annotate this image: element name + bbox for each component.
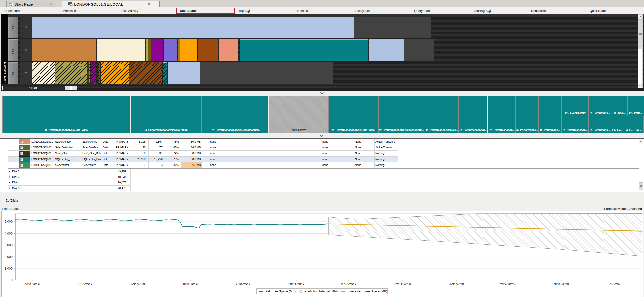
svg-text:2/29/2020: 2/29/2020 xyxy=(500,282,515,286)
svg-text:2,000: 2,000 xyxy=(4,255,13,259)
svg-text:9/30/2019: 9/30/2019 xyxy=(236,282,250,286)
svg-text:3/31/2020: 3/31/2020 xyxy=(554,282,569,286)
svg-text:1,000: 1,000 xyxy=(4,267,13,270)
svg-text:0: 0 xyxy=(11,278,13,282)
svg-text:12/31/2019: 12/31/2019 xyxy=(394,282,411,286)
svg-text:10/31/2019: 10/31/2019 xyxy=(288,282,304,286)
svg-text:7/31/2019: 7/31/2019 xyxy=(130,282,145,286)
svg-text:3,000: 3,000 xyxy=(4,243,13,247)
svg-text:1/31/2020: 1/31/2020 xyxy=(449,282,464,286)
svg-text:5,000: 5,000 xyxy=(4,220,13,223)
svg-text:6/30/2019: 6/30/2019 xyxy=(78,282,92,286)
svg-text:8/31/2019: 8/31/2019 xyxy=(183,282,198,286)
svg-text:5/31/2019: 5/31/2019 xyxy=(25,282,40,286)
svg-text:4,000: 4,000 xyxy=(4,232,13,235)
svg-text:11/30/2019: 11/30/2019 xyxy=(340,282,356,286)
svg-text:4/30/2020: 4/30/2020 xyxy=(608,282,622,286)
